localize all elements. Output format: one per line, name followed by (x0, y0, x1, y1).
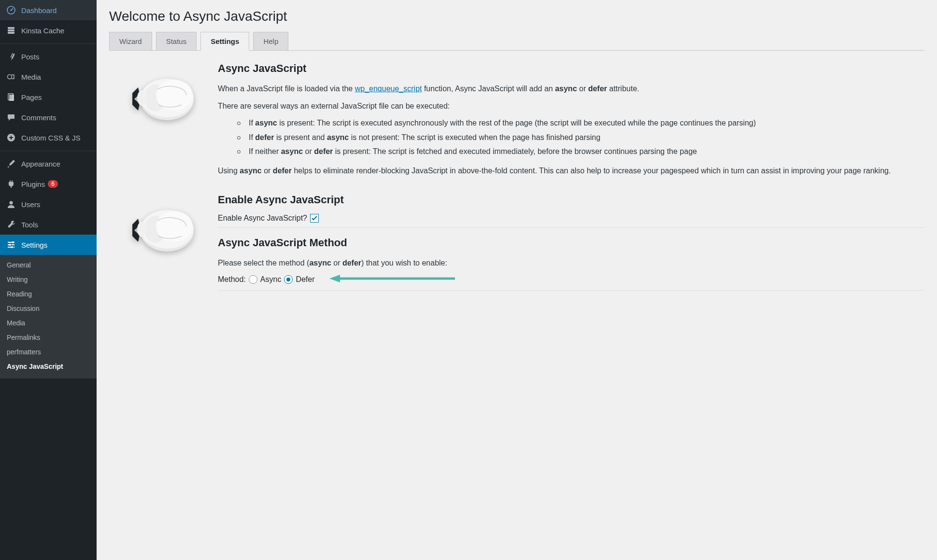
svg-point-11 (9, 244, 11, 246)
admin-sidebar: Dashboard Kinsta Cache Posts Media Pages… (0, 0, 97, 560)
page-title: Welcome to Async JavaScript (109, 9, 924, 24)
svg-point-22 (137, 222, 147, 237)
section-enable: Enable Async JavaScript Enable Async Jav… (109, 194, 924, 300)
sidebar-item-settings[interactable]: Settings (0, 235, 97, 255)
enable-checkbox[interactable] (310, 214, 319, 223)
svg-marker-24 (329, 275, 340, 282)
tab-help[interactable]: Help (253, 32, 288, 51)
sidebar-item-tools[interactable]: Tools (0, 214, 97, 235)
svg-point-10 (12, 241, 14, 243)
list-item: If neither async or defer is present: Th… (237, 145, 924, 158)
divider (218, 290, 924, 291)
submenu-reading[interactable]: Reading (0, 287, 97, 301)
sliders-icon (6, 239, 16, 250)
wp-enqueue-link[interactable]: wp_enqueue_script (355, 84, 422, 93)
sidebar-label: Dashboard (21, 6, 57, 14)
sidebar-label: Media (21, 73, 41, 81)
svg-point-9 (10, 201, 13, 205)
tab-wizard[interactable]: Wizard (109, 32, 152, 51)
submenu-writing[interactable]: Writing (0, 272, 97, 287)
sidebar-item-appearance[interactable]: Appearance (0, 154, 97, 174)
pointing-hand-icon (109, 194, 218, 300)
submenu-async-javascript[interactable]: Async JavaScript (0, 359, 97, 374)
sidebar-item-dashboard[interactable]: Dashboard (0, 0, 97, 20)
sidebar-item-media[interactable]: Media (0, 67, 97, 87)
sidebar-item-plugins[interactable]: Plugins 6 (0, 174, 97, 194)
section-heading: Async JavaScript Method (218, 237, 924, 249)
brush-icon (6, 158, 16, 169)
radio-async-label: Async (260, 275, 282, 284)
media-icon (6, 71, 16, 82)
sidebar-label: Tools (21, 221, 38, 229)
sidebar-label: Settings (21, 241, 47, 249)
sidebar-label: Custom CSS & JS (21, 134, 81, 142)
cache-icon (6, 25, 16, 36)
user-icon (6, 199, 16, 210)
sidebar-item-users[interactable]: Users (0, 194, 97, 214)
plus-circle-icon (6, 132, 16, 143)
settings-submenu: General Writing Reading Discussion Media… (0, 255, 97, 378)
submenu-discussion[interactable]: Discussion (0, 301, 97, 316)
submenu-general[interactable]: General (0, 258, 97, 272)
pointing-hand-icon (109, 62, 218, 182)
intro-text-3: Using async or defer helps to eliminate … (218, 165, 924, 177)
sidebar-label: Appearance (21, 160, 60, 168)
tabs: Wizard Status Settings Help (109, 32, 924, 51)
execution-list: If async is present: The script is execu… (218, 117, 924, 158)
wrench-icon (6, 219, 16, 230)
section-enable-content: Enable Async JavaScript Enable Async Jav… (218, 194, 924, 300)
sidebar-item-posts[interactable]: Posts (0, 46, 97, 67)
pages-icon (6, 92, 16, 102)
submenu-media[interactable]: Media (0, 316, 97, 330)
sidebar-item-kinsta-cache[interactable]: Kinsta Cache (0, 20, 97, 41)
comments-icon (6, 112, 16, 123)
submenu-perfmatters[interactable]: perfmatters (0, 345, 97, 359)
sidebar-item-pages[interactable]: Pages (0, 87, 97, 107)
method-row: Method: Async Defer (218, 274, 924, 285)
svg-point-17 (137, 90, 147, 106)
section-intro: Async JavaScript When a JavaScript file … (109, 62, 924, 182)
section-intro-content: Async JavaScript When a JavaScript file … (218, 62, 924, 182)
plugins-badge: 6 (48, 180, 58, 188)
enable-row: Enable Async JavaScript? (218, 214, 924, 223)
svg-rect-2 (8, 27, 14, 29)
section-heading: Enable Async JavaScript (218, 194, 924, 206)
tab-settings[interactable]: Settings (200, 32, 249, 51)
annotation-arrow-icon (329, 274, 455, 285)
dashboard-icon (6, 5, 16, 15)
plugin-icon (6, 179, 16, 189)
list-item: If defer is present and async is not pre… (237, 131, 924, 144)
main-content: Welcome to Async JavaScript Wizard Statu… (97, 0, 937, 560)
sidebar-label: Kinsta Cache (21, 27, 64, 35)
list-item: If async is present: The script is execu… (237, 117, 924, 129)
sidebar-label: Plugins (21, 180, 45, 188)
method-prompt: Please select the method (async or defer… (218, 257, 924, 269)
svg-rect-4 (8, 32, 14, 34)
sidebar-item-custom-css-js[interactable]: Custom CSS & JS (0, 127, 97, 148)
sidebar-label: Users (21, 200, 40, 209)
sidebar-item-comments[interactable]: Comments (0, 107, 97, 127)
sidebar-label: Comments (21, 113, 57, 122)
sidebar-label: Posts (21, 53, 40, 61)
pin-icon (6, 51, 16, 62)
svg-point-1 (11, 10, 12, 11)
enable-label: Enable Async JavaScript? (218, 214, 307, 223)
svg-point-12 (11, 246, 13, 248)
svg-rect-3 (8, 29, 14, 31)
radio-defer-label: Defer (296, 275, 314, 284)
radio-defer[interactable] (284, 275, 293, 284)
intro-text-2: There are several ways an external JavaS… (218, 100, 924, 112)
svg-point-5 (8, 75, 12, 79)
tab-status[interactable]: Status (156, 32, 197, 51)
intro-text: When a JavaScript file is loaded via the… (218, 83, 924, 95)
radio-async[interactable] (249, 275, 257, 284)
section-heading: Async JavaScript (218, 62, 924, 75)
method-label: Method: (218, 275, 246, 284)
submenu-permalinks[interactable]: Permalinks (0, 330, 97, 345)
svg-rect-7 (9, 95, 14, 101)
sidebar-label: Pages (21, 93, 42, 101)
divider (218, 227, 924, 228)
